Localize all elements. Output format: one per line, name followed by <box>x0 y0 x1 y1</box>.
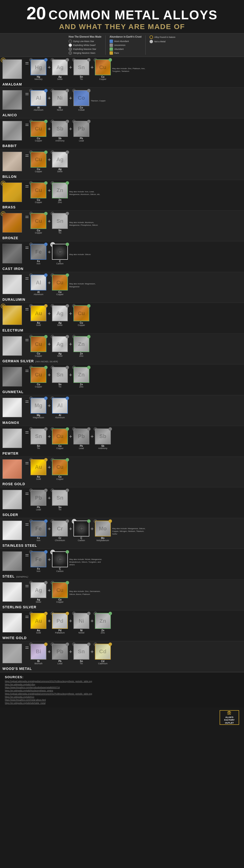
plus-sign: + <box>47 403 51 414</box>
source-link[interactable]: https://en.wikipedia.org/wiki/Iron <box>5 695 239 699</box>
alloy-footer: WOOD'S METAL <box>2 667 32 671</box>
plus-sign: + <box>47 495 51 506</box>
element-image: Cu <box>31 213 46 229</box>
alloy-aka: (AKA NICKEL SILVER) <box>35 360 58 363</box>
element-name: Tin <box>58 232 61 234</box>
exploding-massive-label: Exploding Massive Star <box>73 48 96 50</box>
uncommon-icon <box>110 43 113 47</box>
element-image: Sn <box>52 367 68 383</box>
element-block: ✦ Zn Zn Zinc <box>52 183 68 204</box>
not-metal-label: Not a Metal <box>154 40 166 43</box>
abundance-dot <box>66 581 69 584</box>
element-block: ★ Hg Hg Mercury <box>31 59 46 81</box>
alloy-thumbnail <box>2 367 22 386</box>
element-block: ✦ Cu Cu Copper <box>95 59 111 81</box>
source-link[interactable]: https://upload.wikimedia.org/wikipedia/c… <box>5 692 239 695</box>
alloy-footer: MAGNOX <box>2 421 19 425</box>
alloy-thumbnail <box>2 429 22 448</box>
abundance-dot <box>66 335 69 338</box>
plus-sign: + <box>90 649 95 660</box>
element-block: ✦ Pb Pb Lead <box>73 121 89 142</box>
legend-alloy: Alloy Found in Nature Not a Metal <box>146 35 179 55</box>
element-name: Copper <box>35 170 42 173</box>
alloy-block: = ✦ Cu Cu Copper + ✦ Sb <box>0 119 244 149</box>
legend-how-title: How The Element Was Made <box>69 35 102 38</box>
element-name: Magnesium <box>33 416 44 419</box>
element-name: Zinc <box>79 355 83 358</box>
abundance-dot <box>87 519 91 523</box>
element-name: Bismuth <box>34 662 42 665</box>
alloy-block-inner: = ✦ Cu Cu Copper + ✦ Zn <box>2 183 242 204</box>
legend-abund-1: Most Abundant <box>110 39 141 43</box>
dying-star-icon <box>69 39 72 43</box>
element-symbol: Zn <box>58 198 61 201</box>
alloy-thumbnail <box>2 305 22 325</box>
exploding-white-icon <box>69 43 72 47</box>
element-name: Zinc <box>79 386 83 388</box>
source-link[interactable]: https://en.wikipedia.org/wiki/Nucleosynt… <box>5 689 239 692</box>
element-name: Aluminum <box>34 293 43 296</box>
formula-area: ✦ Cu Cu Copper + ✦ Zn Zn <box>31 183 242 204</box>
plus-sign: + <box>47 280 51 291</box>
alloy-block: = ★ Fe Fe Iron + NM C <box>0 549 244 580</box>
merging-neutron-label: Merging Neutron Stars <box>73 52 95 54</box>
element-name: Carbon <box>56 570 64 572</box>
element-name: Zinc <box>101 632 105 634</box>
element-symbol: Cu <box>58 475 62 478</box>
element-image: Zn <box>52 183 68 198</box>
abundance-dot <box>66 612 69 615</box>
plus-sign: + <box>47 618 51 629</box>
plus-sign: + <box>47 433 51 445</box>
equals-sign: = <box>24 152 30 164</box>
abundance-dot <box>66 427 69 431</box>
abundance-dot <box>109 427 112 431</box>
equals-sign: = <box>24 613 30 625</box>
element-image: Cu <box>52 429 68 444</box>
uncommon-label: Uncommon <box>114 44 126 46</box>
abundance-dot <box>66 212 69 215</box>
formula-area: ✦ Cu Cu Copper + ✦ Ag Ag <box>31 152 242 173</box>
abundance-dot <box>87 58 91 62</box>
element-block: ✦ Cu Cu Copper <box>31 183 46 204</box>
abundance-dot <box>66 273 69 277</box>
element-block: ✦ Cu Cu Copper <box>31 336 46 358</box>
source-link[interactable]: https://www.thoughtco.com/metal-alloys.h… <box>5 699 239 702</box>
element-block: ✦ Pb Pb Lead <box>52 644 68 665</box>
element-block: ✦ Sn Sn Tin <box>73 644 89 665</box>
element-block: ✦ Bi Bi Bismuth <box>31 644 46 665</box>
source-link[interactable]: https://en.wikipedia.org/wiki/Alloy <box>5 683 239 686</box>
abundance-dot <box>109 643 112 646</box>
alloy-footer: BABBIT <box>2 144 17 148</box>
element-name: Gold <box>36 324 41 327</box>
element-image: Al <box>31 90 46 106</box>
element-image: C <box>52 551 68 567</box>
abundance-dot <box>109 519 112 523</box>
legend-abundance: Abundance in Earth's Crust Most Abundant… <box>106 35 146 55</box>
element-name: Tin <box>80 662 83 665</box>
source-link[interactable]: https://www.thoughtco.com/terrodysdysbas… <box>5 686 239 689</box>
alloy-block: = ✦ Bi Bi Bismuth + ✦ Pb <box>0 641 244 672</box>
dying-star-label: Dying Low-Mass Star <box>73 40 94 42</box>
equals-sign: = <box>24 367 30 379</box>
element-name: Tin <box>37 447 40 450</box>
abundance-dot <box>44 366 47 369</box>
formula-area: ✦ Mg Mg Magnesium + ★ Al Al <box>31 398 242 419</box>
formula-area: ★ Al Al Aluminum + ✦ Ni Ni <box>31 90 242 112</box>
alloy-thumbnail <box>2 336 22 356</box>
plus-sign: + <box>47 187 51 198</box>
element-name: Nickel <box>78 632 84 634</box>
source-link[interactable]: https://upload.wikimedia.org/wikipedia/c… <box>5 680 239 683</box>
element-name: Silver <box>57 78 63 81</box>
element-name: Molybdenum <box>97 539 109 542</box>
source-link[interactable]: https://en.wikipedia.org/wiki/wiki/table… <box>5 702 239 705</box>
alloy-block: = ✦ Cu Cu Copper + ✦ Sn <box>0 211 244 241</box>
abundance-dot <box>44 489 47 492</box>
element-block: ✦ Pd Pd Palladium <box>52 613 68 634</box>
alloy-thumbnail <box>2 613 22 632</box>
equals-sign: = <box>24 275 30 287</box>
alloy-footer: BRASS <box>2 205 15 209</box>
sources-links: https://upload.wikimedia.org/wikipedia/c… <box>5 680 239 705</box>
element-name: Copper <box>56 478 64 480</box>
alloy-block-inner: = ✦ Cu Cu Copper + ✦ Sb <box>2 121 242 142</box>
alloy-block: = ✦ Cu Cu Copper + ✦ Ag <box>0 149 244 180</box>
